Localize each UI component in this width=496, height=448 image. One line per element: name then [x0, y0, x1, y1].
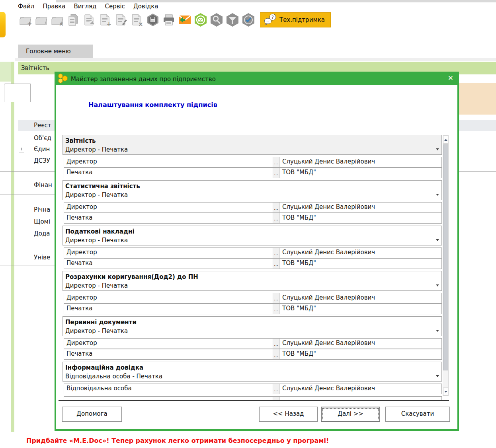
chevron-down-icon[interactable] — [436, 194, 439, 196]
next-button[interactable]: Далі >> — [321, 407, 380, 422]
role-field[interactable]: Печатка — [64, 349, 273, 360]
role-field[interactable]: Печатка — [64, 213, 273, 224]
svg-text:...: ... — [266, 19, 269, 23]
cancel-button[interactable]: Скасувати — [385, 407, 450, 422]
chevron-down-icon[interactable] — [436, 330, 439, 332]
new-folder-icon[interactable]: + — [18, 12, 33, 28]
search-icon[interactable] — [209, 12, 224, 28]
role-field[interactable]: Відповідальна особа — [64, 384, 273, 394]
mail-exchange-icon[interactable] — [193, 12, 208, 28]
scroll-up-button[interactable] — [443, 136, 448, 144]
ellipsis-button[interactable]: … — [273, 168, 279, 178]
chevron-down-icon[interactable] — [436, 284, 439, 286]
chevron-down-icon[interactable] — [436, 148, 439, 150]
section-header[interactable]: Податкові накладні Директор - Печатка — [62, 226, 442, 245]
signature-set-combo[interactable]: Директор - Печатка — [65, 236, 438, 244]
section-title: Звітність — [65, 136, 438, 146]
ellipsis-button[interactable]: … — [273, 293, 279, 304]
delete-document-icon[interactable]: × — [129, 12, 145, 28]
signature-row: Печатка … ТОВ "МБД" — [64, 304, 442, 314]
scrollbar-thumb[interactable] — [443, 144, 448, 370]
open-folder-icon[interactable] — [34, 12, 49, 28]
bg-item-united[interactable]: Об'єд — [34, 134, 51, 142]
bg-item-annual[interactable]: Річна — [34, 206, 50, 213]
menu-service[interactable]: Сервіс — [105, 3, 125, 10]
bg-item-finance[interactable]: Фінан — [34, 181, 52, 189]
ellipsis-button[interactable]: … — [273, 338, 279, 349]
person-field[interactable]: ТОВ "МБД" — [279, 349, 442, 360]
triangle-down-icon — [444, 391, 447, 393]
role-field[interactable]: Директор — [64, 202, 273, 213]
send-report-icon[interactable] — [177, 12, 192, 28]
person-field[interactable]: Слуцький Денис Валерійович — [279, 202, 442, 213]
role-field[interactable]: Печатка — [64, 258, 273, 269]
edit-document-icon[interactable] — [113, 12, 129, 28]
person-field[interactable]: Слуцький Денис Валерійович — [279, 157, 442, 168]
menu-help[interactable]: Довідка — [133, 3, 158, 10]
role-field[interactable]: Директор — [64, 157, 273, 168]
section-header[interactable]: Інформаційна довідка Відповідальна особа… — [62, 362, 442, 382]
role-field[interactable]: Директор — [64, 247, 273, 258]
signature-set-combo[interactable]: Директор - Печатка — [65, 191, 438, 199]
ellipsis-button[interactable]: … — [273, 157, 279, 168]
role-field[interactable]: Печатка — [64, 168, 273, 178]
section-header[interactable]: Первинні документи Директор - Печатка — [62, 316, 442, 336]
ellipsis-button[interactable]: … — [273, 349, 279, 360]
menu-view[interactable]: Вигляд — [74, 3, 97, 10]
background-panel-fragment — [4, 84, 31, 102]
bg-item-registry[interactable]: Реєст — [34, 122, 51, 129]
person-field[interactable]: Слуцький Денис Валерійович — [279, 338, 442, 349]
expand-plus-icon[interactable]: + — [19, 147, 24, 152]
add-document-icon[interactable]: + — [98, 12, 113, 28]
signature-set-combo[interactable]: Відповідальна особа - Печатка — [65, 372, 438, 380]
signature-set-combo[interactable]: Директор - Печатка — [65, 282, 438, 290]
role-field[interactable]: Директор — [64, 338, 273, 349]
bg-item-single[interactable]: Єдин — [34, 146, 50, 153]
bg-item-monthly[interactable]: Щомі — [34, 218, 50, 225]
ellipsis-button[interactable]: … — [273, 247, 279, 258]
save-icon[interactable] — [145, 12, 160, 28]
signature-set-combo[interactable]: Директор - Печатка — [65, 327, 438, 335]
tab-main-menu[interactable]: Головне меню — [18, 45, 93, 58]
chevron-down-icon[interactable] — [436, 375, 439, 377]
person-field[interactable]: Слуцький Денис Валерійович — [279, 293, 442, 304]
filter-icon[interactable] — [225, 12, 240, 28]
close-icon[interactable]: ✕ — [448, 74, 453, 82]
bg-item-appendix[interactable]: Дода — [34, 230, 50, 237]
bg-item-universal[interactable]: Уніве — [34, 254, 50, 261]
chevron-down-icon[interactable] — [436, 239, 439, 241]
back-button[interactable]: << Назад — [259, 407, 318, 422]
section-header[interactable]: Статистична звітність Директор - Печатка — [62, 180, 442, 200]
signature-set-combo[interactable]: Директор - Печатка — [65, 146, 438, 154]
menu-edit[interactable]: Правка — [43, 3, 65, 10]
ellipsis-button[interactable]: … — [273, 202, 279, 213]
verify-icon[interactable] — [241, 12, 256, 28]
toolbar: + × + × ?... Тех.підтри — [18, 12, 331, 28]
ellipsis-button[interactable]: … — [273, 384, 279, 394]
section-header[interactable]: Розрахунки коригування(Дод2) до ПН Дирек… — [62, 271, 442, 291]
copy-document-icon[interactable] — [66, 12, 81, 28]
dialog-titlebar[interactable]: Майстер заповнення даних про підприємств… — [56, 73, 457, 85]
person-field[interactable]: Слуцький Денис Валерійович — [279, 247, 442, 258]
scroll-down-button[interactable] — [443, 388, 448, 395]
support-button[interactable]: ?... Тех.підтримка — [260, 12, 331, 27]
role-field[interactable]: Печатка — [64, 304, 273, 314]
section-header[interactable]: Звітність Директор - Печатка — [62, 135, 442, 155]
open-document-icon[interactable] — [82, 12, 97, 28]
person-field[interactable]: ТОВ "МБД" — [279, 168, 442, 178]
person-field[interactable]: ТОВ "МБД" — [279, 258, 442, 269]
role-field[interactable]: Директор — [64, 293, 273, 304]
bg-item-dszu[interactable]: ДСЗУ — [34, 157, 50, 164]
print-icon[interactable] — [161, 12, 176, 28]
section-title: Статистична звітність — [65, 182, 438, 191]
delete-folder-icon[interactable]: × — [50, 12, 65, 28]
scrollbar[interactable] — [443, 135, 449, 396]
person-field[interactable]: Слуцький Денис Валерійович — [279, 384, 442, 394]
ellipsis-button[interactable]: … — [273, 258, 279, 269]
person-field[interactable]: ТОВ "МБД" — [279, 304, 442, 314]
ellipsis-button[interactable]: … — [273, 213, 279, 224]
ellipsis-button[interactable]: … — [273, 304, 279, 314]
menu-file[interactable]: Файл — [18, 3, 34, 10]
person-field[interactable]: ТОВ "МБД" — [279, 213, 442, 224]
help-button[interactable]: Допомога — [62, 407, 122, 422]
